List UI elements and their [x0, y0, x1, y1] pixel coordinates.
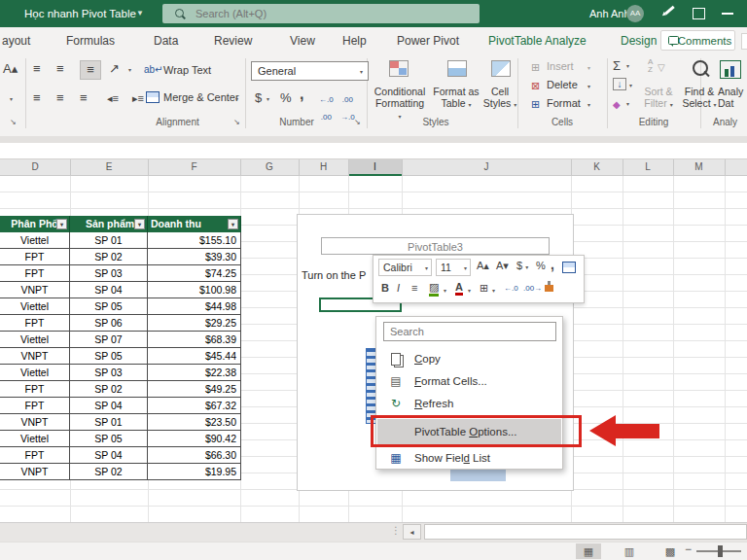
- increase-indent-icon[interactable]: ▸≡: [132, 89, 144, 107]
- user-name[interactable]: Anh Anh: [589, 0, 630, 27]
- format-painter-icon[interactable]: [545, 285, 553, 292]
- analyze-data-button[interactable]: Analy Dat: [718, 86, 747, 109]
- increase-decimal-icon[interactable]: ←.0: [504, 284, 518, 293]
- fill-color-dropdown-icon[interactable]: ▾: [444, 287, 446, 294]
- table-row[interactable]: ViettelSP 07$68.39: [0, 332, 241, 348]
- bottom-align-icon[interactable]: ≡: [80, 60, 101, 80]
- tab-review[interactable]: Review: [214, 27, 252, 54]
- bold-icon[interactable]: B: [381, 282, 389, 294]
- table-row[interactable]: ViettelSP 01$155.10: [0, 232, 241, 249]
- header-san-pham[interactable]: Sản phẩm▾: [70, 216, 148, 232]
- middle-align-icon[interactable]: ≡: [56, 60, 64, 78]
- column-header-h[interactable]: H: [299, 159, 348, 175]
- menu-item-copy[interactable]: Copy: [377, 348, 561, 370]
- comma-style-icon[interactable]: ,: [300, 86, 303, 103]
- sort-filter-button[interactable]: Sort & Filter ▾: [638, 86, 679, 111]
- menu-item-format-cells[interactable]: ▤ Format Cells...: [377, 370, 561, 393]
- zoom-slider-thumb[interactable]: [718, 545, 723, 557]
- insert-button[interactable]: Insert: [547, 60, 574, 72]
- table-row[interactable]: FPTSP 02$39.30: [0, 249, 241, 265]
- decrease-decimal-icon[interactable]: .00→.0: [340, 91, 355, 126]
- autosum-dropdown-icon[interactable]: ▾: [626, 62, 629, 69]
- page-layout-view-icon[interactable]: ▥: [617, 543, 642, 559]
- decrease-indent-icon[interactable]: ◂≡: [107, 89, 119, 107]
- font-size-select[interactable]: 11 ▾: [436, 259, 471, 276]
- column-header-i-selected[interactable]: I: [348, 159, 402, 176]
- menu-item-show-field-list[interactable]: ▦ Show Field List: [377, 447, 561, 470]
- alignment-dialog-launcher-icon[interactable]: ↘: [233, 118, 240, 126]
- merge-center-button[interactable]: Merge & Center: [163, 91, 239, 103]
- borders-dropdown-icon[interactable]: ▾: [10, 95, 13, 102]
- comma-icon[interactable]: ,: [551, 257, 554, 272]
- header-doanh-thu[interactable]: Doanh thu▾: [148, 216, 241, 232]
- tab-design[interactable]: Design: [621, 27, 657, 54]
- share-button-partial[interactable]: [741, 33, 747, 50]
- table-row[interactable]: VNPTSP 01$23.50: [0, 414, 241, 431]
- find-select-button[interactable]: Find & Select ▾: [679, 86, 720, 111]
- wrap-text-button[interactable]: Wrap Text: [163, 64, 211, 76]
- hscroll-left-button[interactable]: ◂: [403, 524, 421, 540]
- column-header-f[interactable]: F: [148, 159, 240, 175]
- italic-icon[interactable]: I: [397, 282, 400, 294]
- table-row[interactable]: FPTSP 04$67.32: [0, 398, 241, 414]
- delete-button[interactable]: Delete: [547, 79, 578, 90]
- align-left-icon[interactable]: ≡: [33, 89, 41, 107]
- fill-icon[interactable]: ↓: [613, 78, 626, 90]
- top-align-icon[interactable]: ≡: [33, 60, 41, 78]
- borders-dropdown-icon[interactable]: ▾: [492, 287, 495, 294]
- merge-dropdown-icon[interactable]: ▾: [235, 95, 238, 102]
- accounting-format-icon[interactable]: $: [255, 89, 262, 107]
- decrease-decimal-icon[interactable]: .00→: [523, 284, 542, 293]
- hscroll-thumb[interactable]: [424, 524, 747, 540]
- format-as-table-button[interactable]: Format as Table ▾: [431, 86, 481, 111]
- fill-color-icon[interactable]: ▨: [429, 281, 439, 297]
- format-button[interactable]: Format: [547, 97, 581, 109]
- merge-icon[interactable]: [562, 262, 576, 273]
- autosum-icon[interactable]: Σ: [613, 57, 621, 75]
- format-dropdown-icon[interactable]: ▾: [587, 101, 590, 108]
- clear-icon[interactable]: ◆: [613, 96, 621, 114]
- global-search-input[interactable]: [162, 4, 480, 23]
- document-title[interactable]: Học nhanh Pivot Table: [24, 0, 136, 27]
- header-phan-phoi[interactable]: Phân Phối▾: [0, 216, 70, 232]
- align-right-icon[interactable]: ≡: [80, 89, 88, 107]
- minimize-icon[interactable]: [722, 13, 733, 15]
- align-center-icon[interactable]: ≡: [56, 89, 64, 107]
- tab-data[interactable]: Data: [154, 27, 178, 54]
- orientation-dropdown-icon[interactable]: ▾: [128, 66, 131, 73]
- menu-item-refresh[interactable]: ↻ Refresh: [377, 393, 561, 415]
- filter-dropdown-icon[interactable]: ▾: [134, 219, 145, 229]
- filter-dropdown-icon[interactable]: ▾: [56, 219, 67, 229]
- table-row[interactable]: ViettelSP 05$90.42: [0, 431, 241, 447]
- tab-help[interactable]: Help: [342, 27, 367, 54]
- table-row[interactable]: ViettelSP 03$22.38: [0, 365, 241, 381]
- clear-dropdown-icon[interactable]: ▾: [626, 100, 629, 107]
- table-row[interactable]: ViettelSP 05$44.98: [0, 298, 241, 315]
- avatar[interactable]: AA: [626, 5, 644, 22]
- font-name-select[interactable]: Calibri ▾: [378, 259, 432, 276]
- column-header-j[interactable]: J: [402, 159, 571, 175]
- table-row[interactable]: VNPTSP 02$19.95: [0, 464, 241, 480]
- table-row[interactable]: FPTSP 02$49.25: [0, 381, 241, 398]
- column-header-l[interactable]: L: [622, 159, 673, 175]
- title-dropdown-icon[interactable]: ▼: [136, 0, 144, 27]
- column-header-g[interactable]: G: [240, 159, 299, 175]
- font-color-dropdown-icon[interactable]: ▾: [468, 287, 471, 294]
- borders-icon[interactable]: ⊞: [480, 282, 488, 295]
- formula-bar[interactable]: [0, 143, 747, 159]
- tab-view[interactable]: View: [290, 27, 315, 54]
- tab-power-pivot[interactable]: Power Pivot: [397, 27, 459, 54]
- table-row[interactable]: FPTSP 06$29.25: [0, 315, 241, 332]
- page-break-view-icon[interactable]: ▩: [658, 543, 683, 559]
- normal-view-icon[interactable]: ▦: [576, 543, 601, 559]
- cell-styles-button[interactable]: Cell Styles ▾: [482, 86, 517, 111]
- column-header-m[interactable]: M: [673, 159, 725, 175]
- grow-font-icon[interactable]: A▴: [477, 260, 489, 272]
- font-size-shrink-icon[interactable]: A▴: [3, 60, 18, 78]
- column-header-d[interactable]: D: [0, 159, 70, 175]
- orientation-icon[interactable]: ↗: [109, 60, 120, 78]
- table-row[interactable]: FPTSP 03$74.25: [0, 265, 241, 282]
- table-row[interactable]: FPTSP 04$66.30: [0, 447, 241, 464]
- center-icon[interactable]: ≡: [411, 282, 417, 294]
- accounting-dropdown-icon[interactable]: ▾: [267, 95, 269, 102]
